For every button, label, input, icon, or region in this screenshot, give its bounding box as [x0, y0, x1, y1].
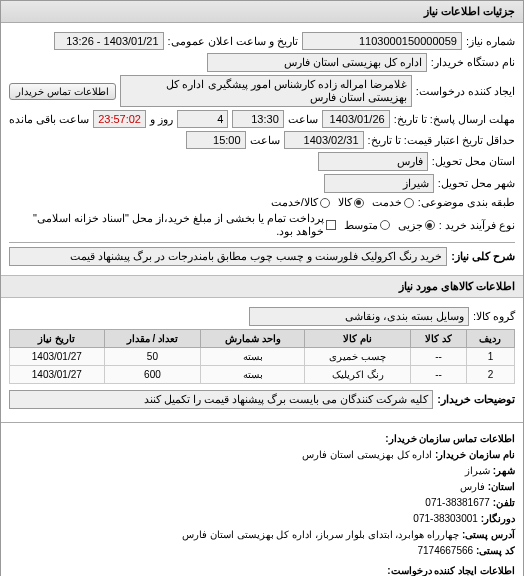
cell-name: چسب خمیری — [305, 348, 411, 366]
org-name-value: اداره کل بهزیستی استان فارس — [302, 449, 432, 460]
cell-n: 1 — [466, 348, 514, 366]
buyer-field: اداره کل بهزیستی استان فارس — [207, 53, 427, 72]
c-city-value: شیراز — [465, 465, 490, 476]
subject-label: شرح کلی نیاز: — [451, 250, 515, 263]
c-postal-value: چهارراه هوابرد، ابتدای بلوار سرباز، ادار… — [182, 529, 459, 540]
number-field: 1103000150000059 — [302, 32, 462, 50]
c-postcode-label: کد پستی: — [476, 545, 515, 556]
deadline-date-field: 1403/01/26 — [322, 110, 390, 128]
radio-goods-service[interactable]: کالا/خدمت — [271, 196, 330, 209]
col-date: تاریخ نیاز — [10, 330, 105, 348]
c-city-label: شهر: — [493, 465, 515, 476]
group-field: وسایل بسته بندی، ونقاشی — [249, 307, 469, 326]
time-label-1: ساعت — [288, 113, 318, 126]
cell-name: رنگ اکریلیک — [305, 366, 411, 384]
c-province-label: استان: — [488, 481, 515, 492]
buyer-notes-field: کلیه شرکت کنندگان می بایست برگ پیشنهاد ق… — [9, 390, 433, 409]
items-table: ردیف کد کالا نام کالا واحد شمارش تعداد /… — [9, 329, 515, 384]
group-label: گروه کالا: — [473, 310, 515, 323]
table-row: 2 -- رنگ اکریلیک بسته 600 1403/01/27 — [10, 366, 515, 384]
org-name-label: نام سازمان خریدار: — [435, 449, 515, 460]
cell-date: 1403/01/27 — [10, 366, 105, 384]
table-row: 1 -- چسب خمیری بسته 50 1403/01/27 — [10, 348, 515, 366]
validity-label: حداقل تاریخ اعتبار قیمت: تا تاریخ: — [368, 134, 515, 147]
announce-field: 1403/01/21 - 13:26 — [54, 32, 164, 50]
contact-button[interactable]: اطلاعات تماس خریدار — [9, 83, 116, 100]
cell-code: -- — [410, 366, 466, 384]
remain-days-field: 4 — [177, 110, 228, 128]
col-code: کد کالا — [410, 330, 466, 348]
purchase-note-label: پرداخت تمام یا بخشی از مبلغ خرید،از محل … — [9, 212, 324, 238]
c-province-value: فارس — [460, 481, 485, 492]
radio-medium[interactable]: متوسط — [344, 219, 390, 232]
subject-field: خرید رنگ اکرولیک فلورسنت و چسب چوب مطابق… — [9, 247, 447, 266]
requester-field: غلامرضا امراله زاده کارشناس امور پیشگیری… — [120, 75, 412, 107]
cell-unit: بسته — [201, 366, 305, 384]
c-postal-label: آدرس پستی: — [462, 529, 515, 540]
announce-label: تاریخ و ساعت اعلان عمومی: — [168, 35, 298, 48]
buyer-notes-label: توضیحات خریدار: — [437, 393, 515, 406]
category-label: طبقه بندی موضوعی: — [418, 196, 515, 209]
cell-qty: 50 — [104, 348, 201, 366]
req-header: اطلاعات ایجاد کننده درخواست: — [9, 563, 515, 576]
cell-date: 1403/01/27 — [10, 348, 105, 366]
province-label: استان محل تحویل: — [432, 155, 515, 168]
c-fax-value: 38303001-071 — [413, 513, 478, 524]
city-field: شیراز — [324, 174, 434, 193]
col-row: ردیف — [466, 330, 514, 348]
c-phone-label: تلفن: — [493, 497, 515, 508]
check-payment[interactable]: پرداخت تمام یا بخشی از مبلغ خرید،از محل … — [9, 212, 336, 238]
validity-time-field: 15:00 — [186, 131, 246, 149]
remain-time-label: ساعت باقی مانده — [9, 113, 89, 126]
goods-header: اطلاعات کالاهای مورد نیاز — [1, 275, 523, 298]
goods-option-label: کالا — [338, 196, 352, 209]
radio-goods[interactable]: کالا — [338, 196, 364, 209]
number-label: شماره نیاز: — [466, 35, 515, 48]
requester-label: ایجاد کننده درخواست: — [416, 85, 515, 98]
col-unit: واحد شمارش — [201, 330, 305, 348]
service-option-label: خدمت — [372, 196, 402, 209]
cell-n: 2 — [466, 366, 514, 384]
minor-option-label: جزیی — [398, 219, 423, 232]
radio-service[interactable]: خدمت — [372, 196, 414, 209]
goods-service-option-label: کالا/خدمت — [271, 196, 318, 209]
cell-qty: 600 — [104, 366, 201, 384]
province-field: فارس — [318, 152, 428, 171]
remain-days-label: روز و — [150, 113, 173, 126]
deadline-label: مهلت ارسال پاسخ: تا تاریخ: — [394, 113, 515, 126]
buyer-label: نام دستگاه خریدار: — [431, 56, 515, 69]
purchase-type-label: نوع فرآیند خرید : — [439, 219, 515, 232]
cell-code: -- — [410, 348, 466, 366]
col-qty: تعداد / مقدار — [104, 330, 201, 348]
window-title: جزئیات اطلاعات نیاز — [1, 1, 523, 23]
c-fax-label: دورنگار: — [481, 513, 515, 524]
medium-option-label: متوسط — [344, 219, 378, 232]
remain-time-field: 23:57:02 — [93, 110, 146, 128]
time-label-2: ساعت — [250, 134, 280, 147]
validity-date-field: 1403/02/31 — [284, 131, 364, 149]
deadline-time-field: 13:30 — [232, 110, 283, 128]
radio-minor[interactable]: جزیی — [398, 219, 435, 232]
c-postcode-value: 7174667566 — [417, 545, 473, 556]
cell-unit: بسته — [201, 348, 305, 366]
contact-header: اطلاعات تماس سازمان خریدار: — [9, 431, 515, 447]
city-label: شهر محل تحویل: — [438, 177, 515, 190]
col-name: نام کالا — [305, 330, 411, 348]
c-phone-value: 38381677-071 — [425, 497, 490, 508]
